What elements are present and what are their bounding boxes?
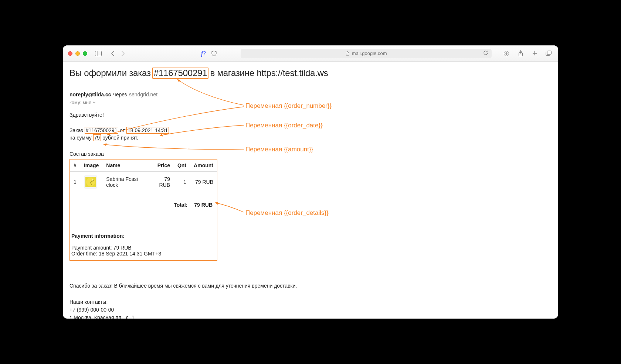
product-amount: 79 RUB [190, 171, 217, 192]
email-via-label: через [113, 92, 127, 97]
email-via-host: sendgrid.net [129, 92, 157, 97]
col-index: # [70, 159, 80, 172]
reload-icon[interactable] [483, 50, 489, 56]
downloads-icon[interactable] [502, 49, 511, 58]
product-thumbnail [84, 175, 97, 189]
order-total-row: Total: 79 RUB [70, 192, 217, 209]
subject-order-number: #1167500291 [152, 68, 209, 79]
order-date-value: 18.09.2021 14:31 [126, 127, 169, 134]
share-icon[interactable] [516, 49, 525, 58]
table-row: 1 Sabrina Fossi clock 79 RUB 1 79 RUB [70, 171, 217, 192]
thanks-line: Спасибо за заказ! В ближайшее время мы с… [69, 283, 552, 289]
minimize-icon[interactable] [75, 51, 80, 56]
order-items-table: # Image Name Price Qnt Amount 1 Sabrina … [70, 159, 217, 192]
reader-mode-icon[interactable]: f? [201, 50, 206, 57]
browser-window: f? mail.google.com [63, 45, 558, 319]
address-bar-text: mail.google.com [352, 51, 387, 56]
order-contents-title: Состав заказа [69, 151, 552, 157]
col-amount: Amount [190, 159, 217, 172]
order-number-value: #1167500291 [85, 127, 119, 134]
window-traffic-lights [68, 51, 87, 56]
svg-rect-0 [95, 51, 102, 56]
maximize-icon[interactable] [83, 51, 87, 56]
browser-toolbar: f? mail.google.com [63, 45, 558, 62]
order-details-box: # Image Name Price Qnt Amount 1 Sabrina … [69, 159, 217, 261]
greeting-line: Здравствуйте! [69, 112, 552, 118]
col-price: Price [149, 159, 174, 172]
product-name: Sabrina Fossi clock [102, 171, 149, 192]
tabs-overview-icon[interactable] [544, 49, 553, 58]
col-name: Name [102, 159, 149, 172]
close-icon[interactable] [68, 51, 72, 56]
new-tab-icon[interactable] [530, 49, 539, 58]
col-qnt: Qnt [174, 159, 190, 172]
sum-line: на сумму 79 рублей принят. [69, 135, 552, 141]
chevron-down-icon [93, 102, 96, 104]
lock-icon [346, 51, 350, 56]
payment-info: Payment information: Payment amount: 79 … [70, 209, 217, 257]
address-bar[interactable]: mail.google.com [241, 49, 492, 58]
privacy-shield-icon[interactable] [210, 49, 218, 58]
product-price: 79 RUB [149, 171, 174, 192]
svg-rect-2 [346, 53, 349, 56]
sidebar-toggle-icon[interactable] [94, 49, 103, 58]
order-amount-value: 79 [93, 134, 101, 141]
email-from: noreply@tilda.cc [69, 92, 111, 97]
back-button[interactable] [109, 49, 118, 58]
contacts-block: Наши контакты: +7 (999) 000-00-00 г. Мос… [69, 298, 552, 319]
order-line: Заказ #1167500291 от 18.09.2021 14:31 [69, 127, 552, 133]
col-image: Image [80, 159, 102, 172]
email-to-row[interactable]: кому: мне [69, 99, 552, 106]
product-qnt: 1 [174, 171, 190, 192]
forward-button[interactable] [118, 49, 127, 58]
email-subject: Вы оформили заказ #1167500291 в магазине… [69, 68, 552, 79]
email-content: Вы оформили заказ #1167500291 в магазине… [63, 62, 558, 319]
annotation-order-details: Переменная {{order_details}} [245, 209, 329, 217]
svg-rect-6 [547, 51, 551, 55]
